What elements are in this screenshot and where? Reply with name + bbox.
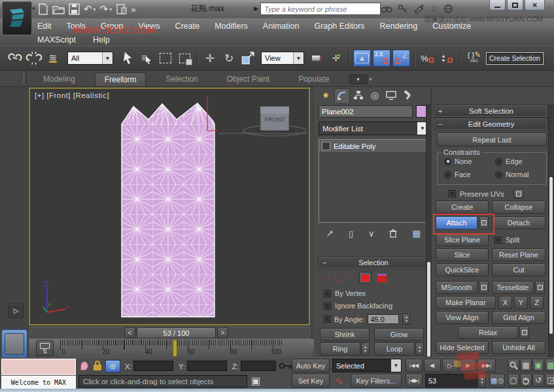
split-checkbox[interactable] (494, 237, 502, 244)
msmooth-button[interactable]: MSmooth (436, 281, 477, 294)
tessellate-button[interactable]: Tessellate (492, 281, 534, 294)
save-file-icon[interactable] (69, 3, 80, 15)
element-subobject-icon[interactable] (377, 274, 387, 282)
pin-stack-icon[interactable]: ⊸ (323, 227, 336, 240)
face-radio[interactable] (444, 171, 451, 178)
configure-modifier-sets-icon[interactable]: ▦ (412, 228, 421, 238)
by-vertex-checkbox[interactable] (324, 290, 331, 297)
select-and-move-icon[interactable]: ✛ (201, 50, 218, 67)
menu-graph-editors[interactable]: Graph Editors (314, 22, 364, 31)
tab-hierarchy[interactable] (351, 88, 366, 103)
stack-expand-icon[interactable] (322, 142, 330, 150)
filename-tab[interactable]: 花瓶.max (162, 1, 252, 16)
time-configuration-button[interactable]: ▦◷ (489, 374, 505, 387)
window-crossing-toggle-icon[interactable] (176, 50, 193, 67)
tessellate-settings-button[interactable] (535, 281, 545, 294)
ring-button[interactable]: Ring (320, 342, 360, 355)
favorites-star-icon[interactable]: ☆ (430, 3, 438, 14)
select-and-scale-icon[interactable] (239, 50, 256, 67)
collapse-button[interactable]: Collapse (492, 201, 545, 214)
edge-subobject-icon[interactable]: ◺ (335, 273, 341, 282)
named-selection-field[interactable]: Create Selection (486, 52, 544, 65)
select-and-manipulate-icon[interactable]: ✛ (328, 50, 345, 67)
constraint-face[interactable]: Face (444, 171, 470, 178)
remove-modifier-icon[interactable] (389, 229, 397, 238)
attach-button[interactable]: Attach (436, 216, 477, 229)
go-to-start-button[interactable]: |◀◀ (406, 359, 423, 372)
isolate-selection-icon[interactable]: ▣ (251, 375, 260, 387)
go-to-end-button[interactable]: ▶▶| (477, 359, 496, 372)
ribbon-tab-freeform[interactable]: Freeform (95, 73, 147, 86)
panel-col2-scrollbar[interactable] (548, 105, 554, 359)
keyboard-override-toggle[interactable]: ▲ (353, 50, 371, 67)
show-end-result-icon[interactable]: ▯ (349, 229, 353, 238)
ribbon-minimize-dropdown[interactable]: ▼▾ (349, 74, 372, 84)
relax-settings-button[interactable] (519, 326, 529, 339)
scroll-thumb[interactable] (549, 177, 553, 334)
object-name-field[interactable] (319, 105, 413, 118)
toolbar-expand-icon[interactable]: » (131, 5, 135, 14)
project-manage-icon[interactable] (116, 3, 127, 15)
border-subobject-icon[interactable]: ◠ (347, 273, 353, 282)
menu-maxscript[interactable]: MAXScript (37, 35, 76, 44)
ignore-backfacing-row[interactable]: Ignore Backfacing (324, 302, 392, 310)
relax-button[interactable]: Relax (458, 326, 518, 339)
filename-arrow-icon[interactable]: ▶ (254, 5, 258, 12)
by-angle-field[interactable] (368, 314, 399, 324)
viewport-front[interactable]: [+] [Front] [Realistic] FRONT Z (29, 88, 310, 325)
angle-snap-toggle[interactable]: Ω∠ (392, 50, 410, 67)
new-file-icon[interactable] (38, 3, 48, 15)
select-by-name-icon[interactable]: ≡ (138, 50, 155, 67)
preserve-uvs-checkbox[interactable] (449, 190, 456, 197)
selection-filter-dropdown[interactable]: All ▼ (67, 52, 113, 65)
split-row[interactable]: Split (494, 236, 519, 244)
maximize-button[interactable] (507, 0, 523, 10)
search-binoculars-icon[interactable] (381, 4, 392, 14)
menu-modifiers[interactable]: Modifiers (215, 22, 248, 31)
tab-utilities[interactable] (400, 88, 415, 103)
detach-button[interactable]: Detach (492, 216, 545, 229)
repeat-last-button[interactable]: Repeat Last (437, 133, 547, 146)
key-filters-button[interactable]: Key Filters... (351, 374, 402, 387)
planar-y-button[interactable]: Y (514, 296, 528, 309)
menu-animation[interactable]: Animation (263, 22, 300, 31)
tab-display[interactable] (383, 88, 399, 103)
use-pivot-point-icon[interactable]: ↕ (309, 50, 326, 67)
slice-plane-button[interactable]: Slice Plane (436, 233, 489, 246)
default-in-out-tangent-icon[interactable]: ∿ (335, 375, 343, 387)
reference-coordinate-dropdown[interactable]: View ▼ (261, 52, 304, 65)
orbit-button[interactable]: ↺ (532, 374, 544, 387)
unlink-selection-icon[interactable] (26, 50, 43, 67)
loop-spinner[interactable]: ▲▼ (415, 342, 424, 355)
help-globe-icon[interactable] (443, 4, 453, 14)
polygon-subobject-icon[interactable] (359, 272, 372, 284)
next-frame-button-2[interactable]: |▶ (459, 359, 476, 372)
snap-toggle-25[interactable]: 2.5Ω (373, 50, 390, 67)
z-coord-field[interactable] (241, 361, 276, 371)
redo-button[interactable]: ↷▾ (100, 3, 113, 15)
notification-balloon-icon[interactable] (80, 361, 88, 370)
vertex-subobject-icon[interactable]: ∴ (324, 273, 329, 282)
constraint-none[interactable]: None (444, 157, 472, 165)
ring-spinner[interactable]: ▲▼ (361, 342, 370, 355)
region-zoom-button[interactable]: ▢ (508, 374, 519, 387)
reset-plane-button[interactable]: Reset Plane (492, 248, 545, 261)
unhide-all-button[interactable]: Unhide All (492, 341, 545, 354)
constraint-edge[interactable]: Edge (495, 157, 523, 165)
create-button[interactable]: Create (436, 201, 489, 214)
attach-settings-button[interactable] (479, 216, 489, 229)
time-slider-handle[interactable]: 53 / 100 (137, 327, 216, 338)
by-angle-checkbox[interactable] (324, 316, 331, 323)
set-key-button[interactable]: Set Key (292, 374, 330, 387)
bind-to-spacewarp-icon[interactable]: ≋ (44, 50, 61, 67)
quickslice-button[interactable]: QuickSlice (436, 263, 489, 276)
tab-modify[interactable] (334, 88, 350, 103)
planar-x-button[interactable]: X (498, 296, 512, 309)
constraint-normal[interactable]: Normal (495, 171, 528, 178)
edit-geometry-rollout-header[interactable]: − Edit Geometry (434, 118, 547, 130)
ribbon-tab-modeling[interactable]: Modeling (34, 72, 84, 86)
open-file-icon[interactable] (52, 3, 65, 15)
spinner-snap-toggle[interactable]: ▲▼Ω (438, 50, 456, 67)
undo-button[interactable]: ↶▾ (84, 3, 96, 15)
msmooth-settings-button[interactable] (479, 281, 489, 294)
